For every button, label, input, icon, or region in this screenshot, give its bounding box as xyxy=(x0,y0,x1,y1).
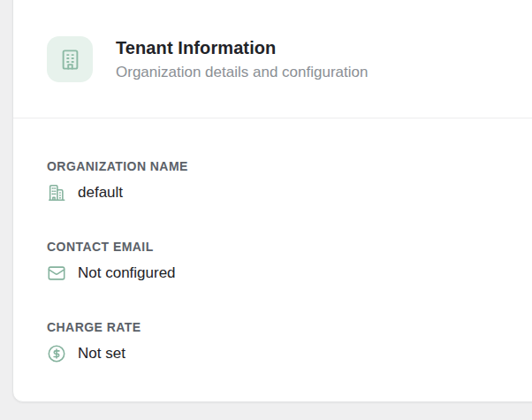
organization-name-value: default xyxy=(78,184,123,202)
field-charge-rate: CHARGE RATE Not set xyxy=(47,320,503,363)
header-text: Tenant Information Organization details … xyxy=(116,37,368,81)
field-value-row: Not set xyxy=(47,344,503,363)
building-icon xyxy=(58,48,82,72)
contact-email-value: Not configured xyxy=(78,264,176,282)
tenant-information-card: Tenant Information Organization details … xyxy=(12,0,532,402)
buildings-icon xyxy=(47,183,66,202)
mail-icon xyxy=(47,263,66,283)
header-icon-tile xyxy=(47,36,93,82)
field-label: ORGANIZATION NAME xyxy=(47,159,503,173)
card-header: Tenant Information Organization details … xyxy=(13,0,532,118)
field-contact-email: CONTACT EMAIL Not configured xyxy=(47,240,503,283)
charge-rate-value: Not set xyxy=(78,345,125,363)
field-organization-name: ORGANIZATION NAME default xyxy=(47,159,503,202)
field-label: CHARGE RATE xyxy=(47,320,503,334)
dollar-circle-icon xyxy=(47,344,66,363)
card-subtitle: Organization details and configuration xyxy=(116,64,368,81)
field-value-row: Not configured xyxy=(47,263,503,283)
card-body: ORGANIZATION NAME default xyxy=(13,118,532,363)
field-label: CONTACT EMAIL xyxy=(47,240,503,254)
field-value-row: default xyxy=(47,183,503,202)
card-title: Tenant Information xyxy=(116,37,368,59)
